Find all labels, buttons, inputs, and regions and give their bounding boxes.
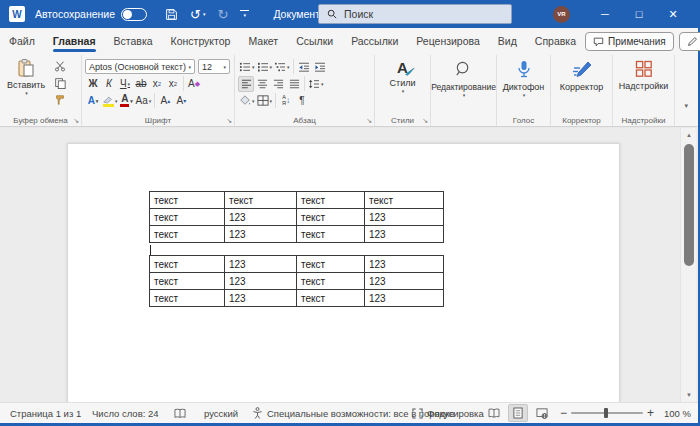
table-cell[interactable]: 123 [365,273,444,290]
table-cell[interactable]: 123 [365,256,444,273]
table-cell[interactable]: текст [150,209,225,226]
table-cell[interactable]: текст [297,226,365,243]
maximize-button[interactable]: □ [622,0,656,28]
cut-button[interactable] [52,58,68,74]
text-effects-button[interactable]: А▾ [85,93,101,109]
numbering-button[interactable]: ▾ [256,59,274,75]
table-cell[interactable]: текст [297,192,365,209]
clear-formatting-button[interactable]: А◆ [186,76,202,92]
tab-file[interactable]: Файл [0,29,44,54]
document-page[interactable]: текст текст текст текст текст 123 текст … [67,143,620,402]
web-layout-button[interactable] [532,404,552,422]
drawing-button[interactable]: ▾ [679,32,700,51]
minimize-button[interactable]: ─ [588,0,622,28]
shrink-font-button[interactable]: А▾ [173,93,189,109]
addins-button[interactable]: Надстройки [616,58,671,112]
user-avatar[interactable]: VR [553,6,570,23]
table-cell[interactable]: 123 [225,290,297,307]
table-cell[interactable]: текст [297,209,365,226]
bullets-button[interactable]: ▾ [238,59,256,75]
tab-review[interactable]: Рецензирова [407,29,489,54]
tab-home[interactable]: Главная [44,29,105,54]
tab-design[interactable]: Конструктор [162,29,240,54]
collapse-ribbon-icon[interactable]: ▾ [684,102,688,110]
table-cell[interactable]: текст [150,226,225,243]
corrector-button[interactable]: Корректор [554,58,609,112]
zoom-out-button[interactable]: − [560,406,567,420]
subscript-button[interactable]: x2 [149,76,165,92]
tab-references[interactable]: Ссылки [287,29,342,54]
autosave-toggle[interactable] [121,8,147,21]
show-formatting-button[interactable]: ¶ [294,93,310,109]
font-color-button[interactable]: А▾ [119,93,135,109]
vertical-scrollbar[interactable]: ▲ ▼ [680,128,696,402]
tab-help[interactable]: Справка [526,29,585,54]
save-button[interactable] [165,8,178,21]
copy-button[interactable] [52,75,68,91]
borders-button[interactable]: ▾ [256,93,274,109]
table-cell[interactable]: 123 [225,256,297,273]
tab-view[interactable]: Вид [489,29,526,54]
underline-button[interactable]: Ч▾ [117,76,133,92]
proofing-button[interactable] [174,403,186,423]
align-left-button[interactable] [238,76,254,92]
italic-button[interactable]: К [101,76,117,92]
tab-insert[interactable]: Вставка [105,29,162,54]
table-cell[interactable]: текст [150,273,225,290]
zoom-slider-thumb[interactable] [604,408,608,418]
table-cell[interactable]: текст [150,256,225,273]
redo-button[interactable]: ↻ [217,7,228,22]
shading-button[interactable]: ▾ [238,93,256,109]
autosave-control[interactable]: Автосохранение [35,8,147,21]
word-logo-icon[interactable]: W [9,6,25,22]
strikethrough-button[interactable]: ab [133,76,149,92]
table-cell[interactable]: текст [150,290,225,307]
search-input[interactable] [344,8,484,20]
paste-button[interactable]: Вставить ▾ [3,58,49,112]
font-size-select[interactable]: 12▾ [198,59,230,74]
table-cell[interactable]: 123 [225,209,297,226]
sort-button[interactable]: АЯ↓ [278,93,294,109]
line-spacing-button[interactable]: ▾ [307,76,325,92]
multilevel-list-button[interactable]: ▾ [273,59,291,75]
scroll-up-icon[interactable]: ▲ [681,128,697,142]
tab-layout[interactable]: Макет [239,29,287,54]
table-cell[interactable]: 123 [365,290,444,307]
text-highlight-button[interactable]: ▾ [101,93,119,109]
word-count[interactable]: Число слов: 24 [92,403,159,423]
read-mode-button[interactable] [484,404,504,422]
table-cell[interactable]: текст [150,192,225,209]
clipboard-dialog-launcher[interactable]: ↘ [73,117,79,125]
print-layout-button[interactable] [508,404,528,422]
tab-mailings[interactable]: Рассылки [342,29,407,54]
paragraph-dialog-launcher[interactable]: ↘ [366,117,372,125]
font-name-select[interactable]: Aptos (Основной текст)▾ [85,59,195,74]
comments-button[interactable]: Примечания [585,32,674,51]
styles-button[interactable]: А Стили ▾ [378,58,427,112]
dictate-button[interactable]: Диктофон ▾ [500,58,547,112]
table-cell[interactable]: 123 [225,273,297,290]
language-indicator[interactable]: русский [204,403,238,423]
justify-button[interactable] [286,76,302,92]
format-painter-button[interactable] [52,92,68,108]
increase-indent-button[interactable] [312,59,328,75]
zoom-slider[interactable] [571,412,643,414]
table-cell[interactable]: текст [365,192,444,209]
focus-button[interactable]: Фокусировка [412,403,484,423]
scrollbar-thumb[interactable] [684,144,694,266]
superscript-button[interactable]: x2 [165,76,181,92]
table-cell[interactable]: текст [297,273,365,290]
table-cell[interactable]: текст [225,192,297,209]
close-button[interactable]: ✕ [656,0,690,28]
zoom-level[interactable]: 100 % [664,408,691,419]
align-right-button[interactable] [270,76,286,92]
search-box[interactable] [318,4,512,24]
table-cell[interactable]: 123 [365,209,444,226]
bold-button[interactable]: Ж [85,76,101,92]
table-cell[interactable]: текст [297,256,365,273]
editing-button[interactable]: Редактирование ▾ [434,58,493,112]
grow-font-button[interactable]: А▴ [157,93,173,109]
font-dialog-launcher[interactable]: ↘ [226,117,232,125]
undo-dropdown-icon[interactable]: ▾ [203,11,206,17]
zoom-in-button[interactable]: + [647,406,654,420]
